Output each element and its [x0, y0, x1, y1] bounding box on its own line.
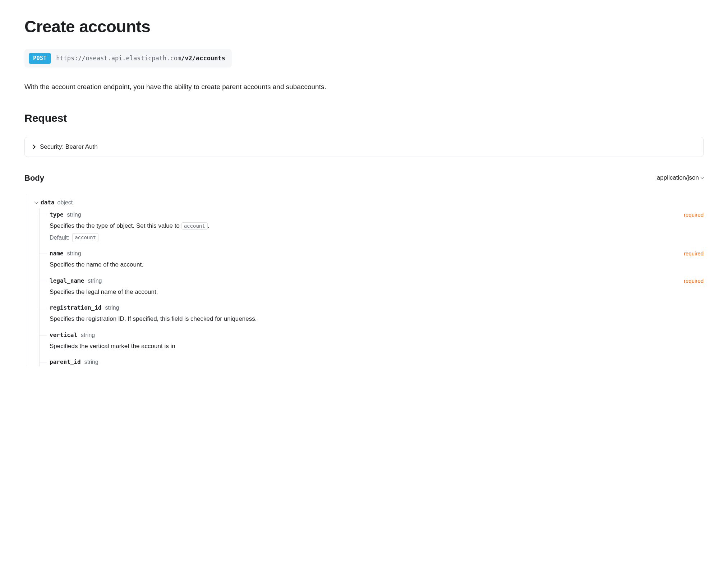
field-legal-name: legal_name string required Specifies the…: [40, 277, 704, 304]
schema-children: type string required Specifies the the t…: [39, 208, 704, 367]
body-heading: Body: [24, 172, 44, 184]
field-type: type string required Specifies the the t…: [40, 210, 704, 250]
endpoint-url: https://useast.api.elasticpath.com/v2/ac…: [56, 54, 225, 63]
desc-text: Specifies the the type of object. Set th…: [50, 222, 181, 229]
http-method-badge: POST: [29, 53, 51, 64]
default-row: Default: account: [50, 233, 704, 242]
field-description: Specifies the registration ID. If specif…: [50, 314, 704, 324]
security-label: Security: Bearer Auth: [40, 142, 98, 152]
chevron-down-icon[interactable]: [34, 200, 38, 204]
chevron-down-icon: [701, 176, 704, 179]
field-name: type: [50, 210, 64, 219]
field-name: parent_id: [50, 358, 81, 366]
page-title: Create accounts: [24, 14, 704, 39]
endpoint-base: https://useast.api.elasticpath.com: [56, 55, 181, 62]
root-field-type: object: [57, 198, 73, 207]
field-description: Specifies the name of the account.: [50, 260, 704, 269]
field-description: Specifies the the type of object. Set th…: [50, 221, 704, 231]
required-tag: required: [684, 250, 704, 258]
field-name: vertical: [50, 331, 77, 339]
field-name: registration_id: [50, 304, 102, 312]
endpoint-box: POST https://useast.api.elasticpath.com/…: [24, 49, 232, 68]
schema-root-header[interactable]: data object: [35, 196, 704, 208]
default-value: account: [72, 233, 98, 242]
endpoint-path: /v2/accounts: [181, 55, 225, 62]
security-panel[interactable]: Security: Bearer Auth: [24, 137, 704, 157]
field-datatype: string: [105, 304, 119, 312]
field-description: Specifieds the vertical market the accou…: [50, 342, 704, 351]
field-parent-id: parent_id string: [40, 358, 704, 366]
desc-text: .: [208, 222, 209, 229]
default-label: Default:: [50, 233, 69, 242]
field-name: legal_name: [50, 277, 84, 285]
field-vertical: vertical string Specifieds the vertical …: [40, 331, 704, 358]
content-type-label: application/json: [657, 173, 699, 182]
field-name-item: name string required Specifies the name …: [40, 249, 704, 277]
field-datatype: string: [88, 277, 102, 285]
field-name: name: [50, 249, 64, 258]
endpoint-description: With the account creation endpoint, you …: [24, 82, 704, 92]
field-datatype: string: [67, 210, 81, 219]
schema-tree: data object type string required Specifi…: [26, 194, 704, 367]
field-datatype: string: [81, 331, 95, 339]
inline-code: account: [181, 222, 208, 230]
chevron-right-icon: [31, 144, 36, 149]
content-type-selector[interactable]: application/json: [657, 173, 704, 182]
field-registration-id: registration_id string Specifies the reg…: [40, 304, 704, 331]
required-tag: required: [684, 211, 704, 219]
body-header: Body application/json: [24, 172, 704, 184]
field-description: Specifies the legal name of the account.: [50, 287, 704, 297]
field-datatype: string: [84, 358, 98, 366]
schema-root-node: data object type string required Specifi…: [26, 196, 704, 367]
required-tag: required: [684, 277, 704, 285]
field-datatype: string: [67, 249, 81, 258]
request-heading: Request: [24, 110, 704, 126]
root-field-name: data: [41, 198, 55, 207]
